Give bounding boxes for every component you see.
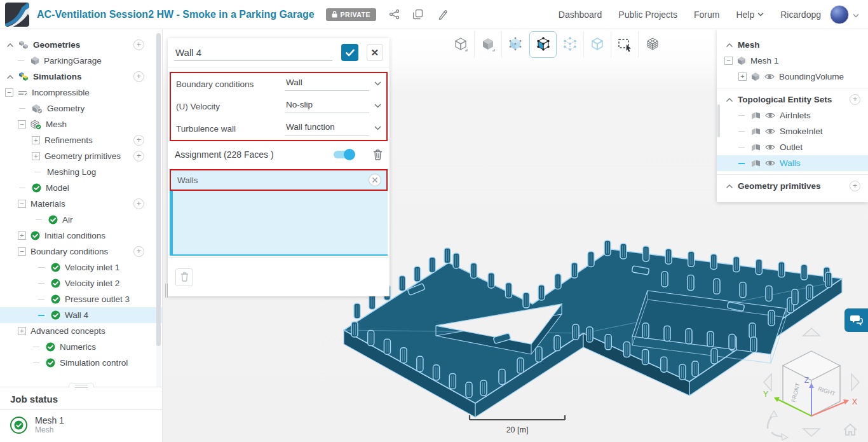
- nav-forum[interactable]: Forum: [694, 10, 719, 20]
- sim-tree-item-geometry[interactable]: Geometry: [0, 100, 162, 116]
- mesh-tree-item-smokeinlet[interactable]: SmokeInlet: [717, 123, 868, 139]
- assignment-selection-area[interactable]: [170, 191, 388, 256]
- expander-plus-icon[interactable]: +: [738, 73, 747, 81]
- sim-tree-item-velocity-inlet-2[interactable]: Velocity inlet 2: [0, 275, 162, 291]
- nav-public-projects[interactable]: Public Projects: [618, 10, 677, 20]
- add-boundary-conditions-button[interactable]: +: [133, 246, 144, 257]
- visibility-eye-icon[interactable]: [764, 73, 775, 80]
- rotate-right-arrow[interactable]: [851, 374, 859, 390]
- sim-tree-item-simulations[interactable]: Simulations+: [0, 69, 162, 85]
- collapse-chevron-icon[interactable]: [726, 184, 733, 189]
- mesh-tree-item-walls[interactable]: Walls: [717, 155, 868, 171]
- field-select-u-velocity[interactable]: No-slip: [285, 100, 381, 113]
- visibility-eye-icon[interactable]: [765, 112, 775, 119]
- user-menu-chevron-icon[interactable]: [853, 9, 859, 20]
- add-refinements-button[interactable]: +: [133, 135, 144, 146]
- clear-selection-button[interactable]: [175, 268, 193, 286]
- wireframe-view-cube-icon[interactable]: [584, 31, 611, 58]
- sim-tree-item-initial-conditions[interactable]: +Initial conditions: [0, 228, 162, 244]
- expander-minus-icon[interactable]: −: [18, 120, 26, 128]
- boundary-condition-name-input[interactable]: [174, 45, 332, 61]
- mesh-tree-item-mesh-1[interactable]: −Mesh 1: [717, 53, 868, 69]
- expander-minus-icon[interactable]: −: [5, 88, 13, 97]
- add-materials-button[interactable]: +: [133, 198, 144, 209]
- add-geometry-primitives-button[interactable]: +: [850, 181, 860, 191]
- 3d-viewport[interactable]: 20 [m] FRONT RIGHT: [163, 29, 868, 442]
- sim-tree-item-refinements[interactable]: +Refinements+: [0, 132, 162, 148]
- sim-tree-item-geometries[interactable]: Geometries+: [0, 37, 162, 53]
- sidebar-scrollbar[interactable]: [156, 33, 161, 411]
- sim-tree-item-air[interactable]: Air: [0, 212, 162, 228]
- sim-tree-item-advanced-concepts[interactable]: +Advanced concepts: [0, 323, 162, 339]
- sim-tree-item-simulation-control[interactable]: Simulation control: [0, 355, 162, 371]
- mesh-tree-item-topological-entity-sets[interactable]: Topological Entity Sets+: [717, 92, 868, 107]
- expander-plus-icon[interactable]: +: [32, 136, 40, 144]
- user-avatar[interactable]: [830, 5, 849, 24]
- simscale-logo[interactable]: [5, 3, 29, 27]
- job-panel-drag-handle[interactable]: [69, 383, 94, 387]
- mesh-tree-item-mesh[interactable]: Mesh: [717, 37, 868, 53]
- view-cube-widget[interactable]: FRONT RIGHT Z Y X: [763, 328, 859, 440]
- home-view-icon[interactable]: [844, 424, 857, 435]
- sim-tree-item-boundary-conditions[interactable]: −Boundary conditions+: [0, 244, 162, 259]
- expander-plus-icon[interactable]: +: [18, 327, 26, 335]
- rotate-up-arrow[interactable]: [803, 328, 820, 336]
- rotate-view-icon[interactable]: [768, 411, 788, 440]
- expander-minus-icon[interactable]: −: [18, 200, 26, 208]
- sim-tree-item-mesh[interactable]: −Mesh: [0, 116, 162, 132]
- support-chat-button[interactable]: [844, 308, 868, 332]
- mesh-display-icon[interactable]: [639, 31, 666, 58]
- cancel-button[interactable]: ✕: [367, 44, 383, 61]
- mesh-tree-item-outlet[interactable]: Outlet: [717, 139, 868, 155]
- expander-plus-icon[interactable]: +: [18, 231, 26, 240]
- sim-tree-item-parkinggarage[interactable]: ParkingGarage: [0, 53, 162, 69]
- share-icon[interactable]: [388, 8, 400, 21]
- job-item-mesh-1[interactable]: Mesh 1 Mesh: [0, 410, 162, 439]
- add-simulations-button[interactable]: +: [133, 71, 144, 82]
- add-geometries-button[interactable]: +: [133, 39, 144, 50]
- remove-chip-icon[interactable]: [369, 174, 381, 186]
- expander-minus-icon[interactable]: −: [18, 247, 26, 256]
- expander-plus-icon[interactable]: +: [32, 152, 40, 160]
- assignment-chip-walls[interactable]: Walls: [171, 170, 386, 190]
- expander-minus-icon[interactable]: −: [724, 57, 733, 65]
- sim-tree-item-incompressible[interactable]: −Incompressible: [0, 85, 162, 100]
- sim-tree-item-model[interactable]: Model: [0, 180, 162, 196]
- nav-help-menu[interactable]: Help: [736, 10, 764, 20]
- rotate-down-arrow[interactable]: [803, 429, 820, 436]
- solid-view-cube-icon[interactable]: [475, 31, 502, 58]
- confirm-button[interactable]: [341, 44, 358, 61]
- project-title[interactable]: AC-Ventilation Session2 HW - Smoke in a …: [37, 9, 315, 20]
- sim-tree-item-materials[interactable]: −Materials+: [0, 196, 162, 212]
- field-select-turbulence-wall[interactable]: Wall function: [285, 122, 381, 135]
- mesh-tree-item-airinlets[interactable]: AirInlets: [717, 107, 868, 123]
- add-geometry-primitives-button[interactable]: +: [133, 151, 144, 162]
- sim-tree-item-pressure-outlet-3[interactable]: Pressure outlet 3: [0, 291, 162, 307]
- fit-view-cube-icon[interactable]: [447, 31, 475, 58]
- edit-title-icon[interactable]: [436, 8, 449, 21]
- collapse-chevron-icon[interactable]: [6, 43, 14, 48]
- copy-project-icon[interactable]: [412, 8, 424, 21]
- box-select-icon[interactable]: [611, 31, 639, 58]
- surface-select-cube-icon[interactable]: [529, 31, 557, 58]
- field-select-boundary-conditions[interactable]: Wall: [285, 78, 381, 91]
- visibility-eye-icon[interactable]: [765, 160, 775, 167]
- rotate-left-arrow[interactable]: [764, 374, 771, 390]
- add-topological-entity-sets-button[interactable]: +: [850, 94, 860, 105]
- delete-assignment-icon[interactable]: [373, 149, 383, 160]
- vertex-select-cube-icon[interactable]: [557, 31, 584, 58]
- sim-tree-item-velocity-inlet-1[interactable]: Velocity inlet 1: [0, 259, 162, 275]
- sim-tree-item-meshing-log[interactable]: Meshing Log: [0, 164, 162, 180]
- assignment-toggle[interactable]: [334, 151, 353, 158]
- sim-tree-item-numerics[interactable]: Numerics: [0, 339, 162, 355]
- collapse-chevron-icon[interactable]: [726, 43, 733, 48]
- nav-dashboard[interactable]: Dashboard: [559, 10, 602, 20]
- sim-tree-item-geometry-primitives[interactable]: +Geometry primitives+: [0, 148, 162, 164]
- visibility-eye-icon[interactable]: [765, 144, 775, 151]
- collapse-chevron-icon[interactable]: [726, 97, 733, 102]
- sim-tree-item-wall-4[interactable]: Wall 4: [0, 307, 162, 323]
- mesh-tree-item-boundingvolume[interactable]: +BoundingVolume: [717, 69, 868, 85]
- username-label[interactable]: Ricardopg: [780, 10, 821, 20]
- visibility-eye-icon[interactable]: [765, 128, 775, 135]
- mesh-tree-item-geometry-primitives[interactable]: Geometry primitives+: [717, 178, 868, 194]
